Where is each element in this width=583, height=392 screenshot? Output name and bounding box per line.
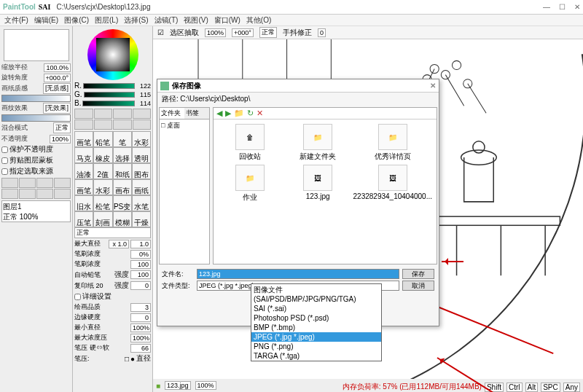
effect-value[interactable]: [无效果] [43,103,71,114]
brush[interactable]: 干燥 [132,211,151,227]
cancel-button[interactable]: 取消 [402,281,434,291]
brush[interactable]: 画纸笔 [132,179,151,195]
brush[interactable]: 松笔 [93,195,112,211]
menu-file[interactable]: 文件(F) [3,15,30,26]
tool-item[interactable] [94,109,113,119]
tool-item[interactable] [74,109,93,119]
layer-btn[interactable] [54,178,71,188]
brush[interactable]: 2值笔 [93,163,112,179]
color-wheel[interactable] [87,29,138,80]
brush[interactable]: 画笔40 [74,179,93,195]
menu-image[interactable]: 图像(C) [63,15,90,26]
layer-btn[interactable] [19,189,36,199]
brush[interactable]: 笔 [113,131,132,147]
mode-combo[interactable]: 正常 [259,27,277,38]
brush[interactable]: 图布 [132,163,151,179]
brush[interactable]: 透明笔 [132,147,151,163]
sel-extract-label[interactable]: 选区抽取 [170,28,199,38]
brush[interactable]: 画布笔 [113,179,132,195]
tool-item[interactable] [133,109,152,119]
blend-value[interactable]: 正常 [53,122,71,133]
paper-slider[interactable] [1,95,71,102]
layer-btn[interactable] [54,189,71,199]
navigator-thumb[interactable] [4,29,69,61]
filetype-option[interactable]: 图像文件 (SAI/PSD/BMP/JPG/PNG/TGA) [251,284,381,304]
brush[interactable]: 铅笔笔 [93,131,112,147]
filetype-dropdown[interactable]: 图像文件 (SAI/PSD/BMP/JPG/PNG/TGA) SAI (*.sa… [251,283,382,361]
maxdens-val[interactable]: 100% [130,334,151,342]
g-slider[interactable] [84,92,135,98]
filetype-option[interactable]: PNG (*.png) [251,342,381,351]
menu-filter[interactable]: 滤镜(T) [153,15,180,26]
layer-item[interactable]: 图层1 正常 100% [3,202,69,222]
angle-value[interactable]: +000.0° [44,74,71,82]
filetype-option[interactable]: Photoshop PSD (*.psd) [251,313,381,323]
brush[interactable]: 橡皮 [93,147,112,163]
menu-other[interactable]: 其他(O) [245,15,273,26]
sidebar-tab-bookmarks[interactable]: 书签 [184,108,209,119]
brush[interactable]: 油漆桶 [74,163,93,179]
q-val[interactable]: 3 [130,303,151,312]
zoom-value[interactable]: 100.0% [44,63,71,72]
clip-mask-checkbox[interactable] [1,157,8,164]
r-slider[interactable] [83,83,135,89]
menu-select[interactable]: 选择(S) [122,15,149,26]
dialog-titlebar[interactable]: 保存图像 ✕ [157,79,439,93]
brush[interactable]: 水彩笔 [132,131,151,147]
menu-view[interactable]: 视图(V) [182,15,209,26]
maximize-button[interactable]: ☐ [559,3,566,11]
size-mult[interactable]: x 1.0 [109,240,129,248]
minimize-button[interactable]: — [543,3,550,11]
tab-zoom[interactable]: 100% [195,381,216,390]
brush[interactable]: 水彩笔 [93,179,112,195]
brush[interactable]: 和纸笔 [113,163,132,179]
tool-item[interactable] [113,109,132,119]
menu-layer[interactable]: 图层(L) [93,15,120,26]
filetype-option[interactable]: SAI (*.sai) [251,304,381,313]
layer-btn[interactable] [1,178,18,188]
edge-val[interactable]: 100 [130,270,151,279]
size-val[interactable]: 1.0 [130,240,151,248]
lock-opacity-checkbox[interactable] [1,146,8,153]
hard-val[interactable]: 0 [130,313,151,322]
file-item[interactable]: 🖼123.jpg [286,165,351,203]
layer-btn[interactable] [36,178,53,188]
layer-btn[interactable] [36,189,53,199]
brush[interactable]: PS变形 [113,195,132,211]
file-item[interactable]: 🖼223282934_10404000... [353,165,432,203]
effect-slider[interactable] [1,114,71,122]
filetype-option[interactable]: TARGA (*.tga) [251,351,381,361]
layer-btn[interactable] [1,189,18,199]
close-button[interactable]: ✕ [574,3,580,11]
b-slider[interactable] [82,101,135,106]
stab-value[interactable]: 0 [318,28,326,37]
file-item[interactable]: 🗑回收站 [218,124,283,162]
paper2-val[interactable]: 0 [130,281,151,290]
back-icon[interactable]: ◀ [216,109,222,118]
refresh-icon[interactable]: ↻ [247,109,254,118]
adv-checkbox[interactable] [74,294,81,300]
filename-input[interactable] [197,269,399,279]
brush[interactable]: 刻画 [93,211,112,227]
brush[interactable]: 模糊 [113,211,132,227]
menu-window[interactable]: 窗口(W) [213,15,242,26]
brush[interactable]: 压笔 [74,211,93,227]
sidebar-tab-folders[interactable]: 文件夹 [160,108,184,119]
brush-mode[interactable]: 正常 [74,227,151,238]
paper-value[interactable]: [无质感] [43,83,71,94]
brush[interactable]: 选择笔 [113,147,132,163]
tool-item[interactable] [133,119,152,130]
file-item[interactable]: 📁新建文件夹 [286,124,351,162]
min-val[interactable]: 0% [130,250,151,259]
dens-val[interactable]: 100 [130,260,151,269]
layer-list[interactable]: 图层1 正常 100% [1,200,71,222]
opacity-value[interactable]: 100% [50,135,71,144]
file-item[interactable]: 📁作业 [218,165,283,203]
zoom-combo[interactable]: 100% [205,28,226,37]
layer-btn[interactable] [19,178,36,188]
brush[interactable]: 水笔 [132,195,151,211]
filetype-option[interactable]: BMP (*.bmp) [251,323,381,332]
angle-combo[interactable]: +000° [232,28,254,37]
up-icon[interactable]: 📁 [234,109,244,118]
dialog-close-button[interactable]: ✕ [430,82,436,90]
